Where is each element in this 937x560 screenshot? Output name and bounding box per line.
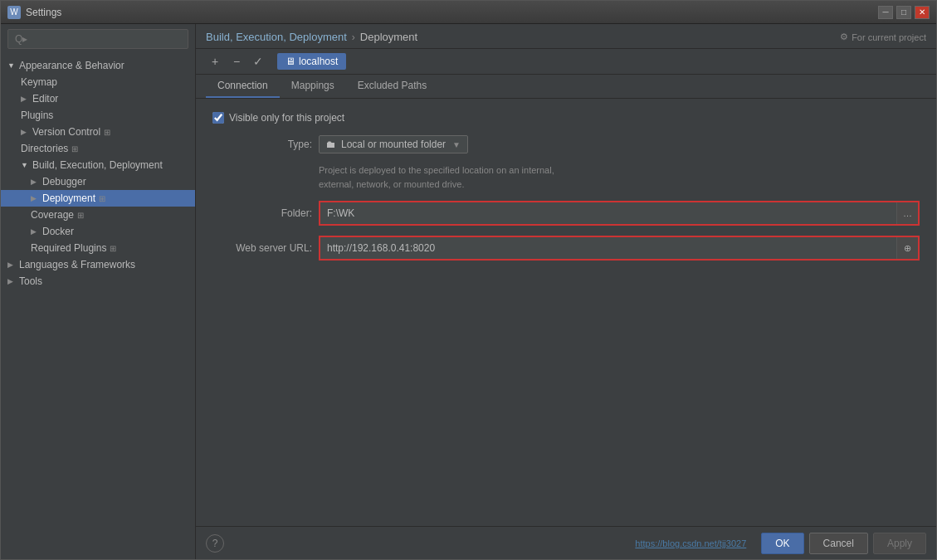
sidebar-item-plugins[interactable]: Plugins bbox=[1, 107, 195, 124]
for-project-label: ⚙ For current project bbox=[840, 32, 926, 42]
watermark-text: https://blog.csdn.net/tjj3027 bbox=[635, 538, 746, 548]
sidebar-item-label: Plugins bbox=[21, 110, 53, 121]
tab-mappings[interactable]: Mappings bbox=[280, 75, 346, 98]
sidebar-item-tools[interactable]: ▶ Tools bbox=[1, 273, 195, 290]
type-dropdown[interactable]: 🖿 Local or mounted folder ▼ bbox=[319, 135, 468, 153]
apply-button[interactable]: Apply bbox=[873, 533, 926, 554]
add-server-button[interactable]: + bbox=[206, 52, 224, 71]
breadcrumb: Build, Execution, Deployment › Deploymen… bbox=[196, 24, 936, 49]
expand-arrow: ▶ bbox=[31, 227, 39, 236]
breadcrumb-separator: › bbox=[352, 32, 355, 43]
folder-input-wrapper: … bbox=[319, 201, 920, 226]
sidebar: ▼ Appearance & Behavior Keymap ▶ Editor … bbox=[1, 24, 196, 559]
tab-excluded-label: Excluded Paths bbox=[358, 80, 427, 91]
sidebar-item-docker[interactable]: ▶ Docker bbox=[1, 223, 195, 240]
share-icon: ⊞ bbox=[77, 211, 84, 220]
sidebar-item-build[interactable]: ▼ Build, Execution, Deployment bbox=[1, 157, 195, 173]
folder-row: Folder: … bbox=[212, 201, 920, 226]
help-button[interactable]: ? bbox=[206, 534, 224, 553]
sidebar-item-label: Build, Execution, Deployment bbox=[32, 159, 163, 171]
deployment-toolbar: + − ✓ 🖥 localhost bbox=[196, 49, 936, 75]
project-icon: ⚙ bbox=[840, 32, 848, 42]
sidebar-item-directories[interactable]: Directories ⊞ bbox=[1, 140, 195, 157]
sidebar-item-appearance[interactable]: ▼ Appearance & Behavior bbox=[1, 57, 195, 74]
visible-checkbox-row: Visible only for this project bbox=[212, 112, 920, 124]
sidebar-item-deployment[interactable]: ▶ Deployment ⊞ bbox=[1, 190, 195, 207]
server-icon: 🖥 bbox=[285, 56, 295, 67]
type-row: Type: 🖿 Local or mounted folder ▼ bbox=[212, 135, 920, 153]
open-icon: ⊕ bbox=[904, 243, 911, 254]
sidebar-item-debugger[interactable]: ▶ Debugger bbox=[1, 173, 195, 190]
title-bar: W Settings ─ □ ✕ bbox=[1, 1, 936, 24]
tab-mappings-label: Mappings bbox=[291, 80, 334, 91]
expand-arrow: ▶ bbox=[21, 95, 29, 103]
chevron-down-icon: ▼ bbox=[452, 140, 461, 149]
sidebar-item-coverage[interactable]: Coverage ⊞ bbox=[1, 207, 195, 223]
server-name: localhost bbox=[299, 56, 338, 67]
visible-checkbox[interactable] bbox=[212, 112, 224, 124]
maximize-button[interactable]: □ bbox=[896, 6, 911, 19]
visible-label: Visible only for this project bbox=[229, 112, 344, 124]
tab-connection[interactable]: Connection bbox=[206, 75, 280, 98]
main-panel: Build, Execution, Deployment › Deploymen… bbox=[196, 24, 936, 559]
share-icon: ⊞ bbox=[71, 144, 78, 153]
bottom-bar: ? https://blog.csdn.net/tjj3027 OK Cance… bbox=[196, 526, 936, 559]
expand-arrow: ▶ bbox=[21, 128, 29, 136]
url-row: Web server URL: ⊕ bbox=[212, 236, 920, 261]
sidebar-item-label: Deployment bbox=[42, 192, 95, 204]
sidebar-item-label: Appearance & Behavior bbox=[19, 60, 124, 71]
browse-icon: … bbox=[903, 208, 912, 218]
sidebar-item-label: Docker bbox=[42, 226, 74, 237]
folder-input[interactable] bbox=[320, 202, 896, 224]
settings-tree: ▼ Appearance & Behavior Keymap ▶ Editor … bbox=[1, 54, 195, 559]
type-label: Type: bbox=[212, 139, 312, 150]
settings-window: W Settings ─ □ ✕ ▼ Appearance & Behavior… bbox=[0, 0, 937, 560]
type-value: Local or mounted folder bbox=[341, 139, 446, 150]
url-input-wrapper: ⊕ bbox=[319, 236, 920, 261]
expand-arrow: ▼ bbox=[21, 161, 29, 169]
expand-arrow: ▶ bbox=[31, 178, 39, 186]
close-button[interactable]: ✕ bbox=[915, 6, 930, 19]
breadcrumb-parent: Build, Execution, Deployment bbox=[206, 31, 347, 43]
server-tab-localhost[interactable]: 🖥 localhost bbox=[277, 53, 346, 70]
apply-check-button[interactable]: ✓ bbox=[249, 52, 267, 71]
folder-label: Folder: bbox=[212, 207, 312, 219]
tab-connection-label: Connection bbox=[217, 80, 268, 91]
tab-bar: Connection Mappings Excluded Paths bbox=[196, 75, 936, 99]
app-icon: W bbox=[7, 6, 21, 19]
sidebar-item-keymap[interactable]: Keymap bbox=[1, 74, 195, 90]
sidebar-item-label: Keymap bbox=[21, 76, 57, 88]
url-action-button[interactable]: ⊕ bbox=[896, 237, 918, 259]
sidebar-item-editor[interactable]: ▶ Editor bbox=[1, 90, 195, 107]
sidebar-item-label: Version Control bbox=[32, 126, 100, 138]
breadcrumb-current: Deployment bbox=[360, 31, 417, 43]
type-description: Project is deployed to the specified loc… bbox=[319, 163, 920, 191]
sidebar-item-label: Editor bbox=[32, 93, 58, 105]
folder-icon: 🖿 bbox=[326, 139, 336, 150]
expand-arrow: ▶ bbox=[31, 194, 39, 202]
for-project-text: For current project bbox=[852, 32, 926, 42]
sidebar-item-required-plugins[interactable]: Required Plugins ⊞ bbox=[1, 240, 195, 256]
folder-browse-button[interactable]: … bbox=[896, 202, 918, 224]
share-icon: ⊞ bbox=[110, 244, 116, 253]
sidebar-item-label: Languages & Frameworks bbox=[19, 259, 135, 270]
cancel-button[interactable]: Cancel bbox=[809, 533, 868, 554]
expand-arrow: ▶ bbox=[7, 277, 16, 285]
sidebar-item-languages[interactable]: ▶ Languages & Frameworks bbox=[1, 256, 195, 273]
share-icon: ⊞ bbox=[104, 128, 110, 137]
main-content: ▼ Appearance & Behavior Keymap ▶ Editor … bbox=[1, 24, 936, 559]
remove-server-button[interactable]: − bbox=[227, 52, 246, 71]
ok-button[interactable]: OK bbox=[761, 533, 803, 554]
window-title: Settings bbox=[26, 7, 878, 18]
sidebar-item-label: Debugger bbox=[42, 176, 86, 187]
connection-form: Visible only for this project Type: 🖿 Lo… bbox=[196, 99, 936, 526]
tab-excluded-paths[interactable]: Excluded Paths bbox=[346, 75, 438, 98]
share-icon: ⊞ bbox=[99, 194, 105, 203]
search-input[interactable] bbox=[7, 29, 188, 49]
sidebar-item-label: Coverage bbox=[31, 209, 74, 221]
expand-arrow: ▼ bbox=[7, 61, 16, 70]
minimize-button[interactable]: ─ bbox=[878, 6, 893, 19]
window-controls: ─ □ ✕ bbox=[878, 6, 930, 19]
sidebar-item-vcs[interactable]: ▶ Version Control ⊞ bbox=[1, 124, 195, 140]
url-input[interactable] bbox=[320, 237, 896, 259]
